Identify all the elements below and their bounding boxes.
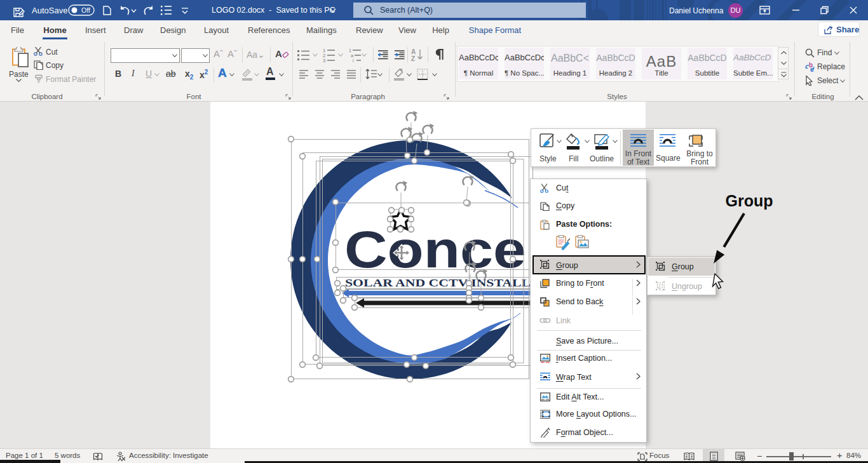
svg-text:Group: Group (726, 191, 773, 210)
svg-text:SOLAR AND CCTV INSTALL: SOLAR AND CCTV INSTALL (345, 277, 531, 289)
